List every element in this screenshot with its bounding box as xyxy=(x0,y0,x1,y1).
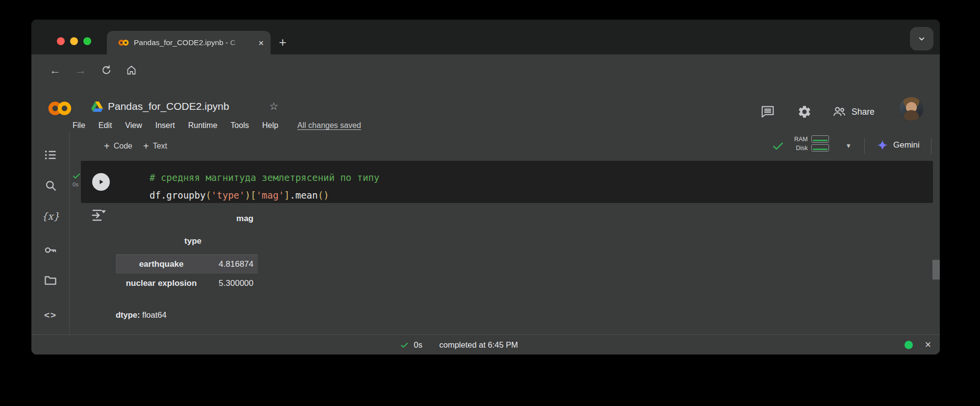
left-sidebar: {x} <> xyxy=(31,131,70,334)
table-of-contents-icon xyxy=(44,148,57,162)
reload-button[interactable] xyxy=(101,64,112,76)
menu-insert[interactable]: Insert xyxy=(155,121,175,130)
code-token: ] xyxy=(284,190,290,201)
df-index-name: type xyxy=(152,236,201,246)
tab-title: Pandas_for_CODE2.ipynb - C xyxy=(134,38,246,47)
cell-success-check-icon xyxy=(72,172,81,180)
status-close-button[interactable]: × xyxy=(921,335,935,355)
sidebar-item-secrets[interactable] xyxy=(43,242,58,258)
runtime-dropdown-caret[interactable]: ▾ xyxy=(847,141,851,150)
colab-header: Pandas_for_CODE2.ipynb ☆ File Edit View … xyxy=(31,86,940,132)
forward-button[interactable]: → xyxy=(73,54,88,86)
table-row[interactable]: earthquake 4.816874 xyxy=(116,254,258,274)
scrollbar-thumb[interactable] xyxy=(932,260,940,279)
tab-strip: Pandas_for_CODE2.ipynb - C × + xyxy=(31,20,940,54)
code-snippets-icon: <> xyxy=(44,310,57,321)
play-icon xyxy=(97,178,105,186)
status-message: completed at 6:45 PM xyxy=(439,335,518,355)
execution-status-bar: 0s completed at 6:45 PM × xyxy=(31,334,940,355)
browser-window: Pandas_for_CODE2.ipynb - C × + ← → xyxy=(31,20,940,355)
menu-runtime[interactable]: Runtime xyxy=(188,121,218,130)
menu-view[interactable]: View xyxy=(125,121,142,130)
menu-bar: File Edit View Insert Runtime Tools Help… xyxy=(73,121,361,130)
df-dtype-line: dtype: float64 xyxy=(116,310,167,320)
code-token: () xyxy=(318,190,329,201)
chevron-down-icon xyxy=(917,34,927,44)
key-icon xyxy=(44,243,57,257)
user-avatar[interactable] xyxy=(900,97,923,121)
macos-zoom-button[interactable] xyxy=(83,37,91,45)
settings-button[interactable] xyxy=(796,103,813,120)
add-code-label: Code xyxy=(114,142,132,151)
notebook-content: + Code + Text RAM Disk ▾ xyxy=(70,131,940,334)
menu-file[interactable]: File xyxy=(73,121,85,130)
browser-tab[interactable]: Pandas_for_CODE2.ipynb - C × xyxy=(107,31,271,54)
ram-label: RAM xyxy=(794,136,808,143)
df-row-label: nuclear explosion xyxy=(116,274,207,293)
disk-indicator: Disk xyxy=(796,144,829,152)
code-token: df.groupby xyxy=(150,190,205,201)
star-notebook-icon[interactable]: ☆ xyxy=(269,101,278,112)
people-icon xyxy=(832,105,847,118)
variables-icon: {x} xyxy=(42,210,60,222)
search-icon xyxy=(44,179,57,192)
browser-navbar: ← → colab.research.google.com/drive/1Mi1… xyxy=(31,54,940,86)
notebook-title[interactable]: Pandas_for_CODE2.ipynb xyxy=(108,101,229,112)
share-button[interactable]: Share xyxy=(832,103,875,120)
disk-meter xyxy=(811,144,829,152)
interactive-table-icon[interactable] xyxy=(90,207,108,223)
add-text-button[interactable]: + Text xyxy=(143,140,167,152)
folder-icon xyxy=(44,274,57,287)
divider xyxy=(864,138,865,154)
divider xyxy=(931,138,931,154)
code-comment: # средняя магнитуда землетрясений по тип… xyxy=(150,172,379,183)
connected-check-icon xyxy=(772,140,784,152)
status-duration: 0s xyxy=(414,335,422,355)
code-token: .mean xyxy=(290,190,318,201)
disk-label: Disk xyxy=(796,145,807,152)
comments-button[interactable] xyxy=(759,103,776,120)
table-row[interactable]: nuclear explosion 5.300000 xyxy=(116,274,258,293)
macos-close-button[interactable] xyxy=(57,37,65,45)
resources-indicator[interactable]: RAM Disk xyxy=(794,135,829,152)
add-text-label: Text xyxy=(153,142,167,151)
tab-search-button[interactable] xyxy=(910,27,933,51)
ram-indicator: RAM xyxy=(794,135,829,143)
macos-minimize-button[interactable] xyxy=(70,37,78,45)
sidebar-item-snippets[interactable]: <> xyxy=(43,307,58,323)
code-token: ( xyxy=(205,190,211,201)
sidebar-item-files[interactable] xyxy=(43,273,58,288)
ram-meter xyxy=(811,135,829,143)
sidebar-item-variables[interactable]: {x} xyxy=(43,208,58,224)
gear-icon xyxy=(797,104,812,119)
back-button[interactable]: ← xyxy=(48,54,62,86)
share-label: Share xyxy=(852,107,875,117)
new-tab-button[interactable]: + xyxy=(279,34,286,50)
df-row-label: earthquake xyxy=(116,254,207,274)
dtype-label: dtype: xyxy=(116,310,140,319)
colab-logo-icon xyxy=(47,98,73,119)
df-row-value: 4.816874 xyxy=(204,254,253,274)
sidebar-item-toc[interactable] xyxy=(43,147,58,163)
comment-icon xyxy=(760,104,775,119)
kernel-status-dot xyxy=(905,341,913,349)
status-check-icon xyxy=(400,341,409,350)
plus-icon: + xyxy=(104,141,110,152)
menu-tools[interactable]: Tools xyxy=(230,121,249,130)
home-button[interactable] xyxy=(126,64,137,76)
code-editor[interactable]: # средняя магнитуда землетрясений по тип… xyxy=(150,169,379,204)
code-token: 'mag' xyxy=(256,190,284,201)
gemini-label: Gemini xyxy=(893,140,920,150)
code-token: 'type' xyxy=(211,190,245,201)
save-status-link[interactable]: All changes saved xyxy=(298,121,361,130)
sidebar-item-search[interactable] xyxy=(43,178,58,193)
tab-close-icon[interactable]: × xyxy=(258,38,264,48)
menu-help[interactable]: Help xyxy=(262,121,278,130)
gemini-button[interactable]: Gemini xyxy=(877,139,920,151)
run-cell-button[interactable] xyxy=(92,173,110,191)
add-code-button[interactable]: + Code xyxy=(104,140,132,152)
cell-exec-time: 0s xyxy=(73,181,78,187)
dtype-value: float64 xyxy=(142,310,167,319)
google-drive-icon xyxy=(91,102,103,112)
menu-edit[interactable]: Edit xyxy=(99,121,112,130)
